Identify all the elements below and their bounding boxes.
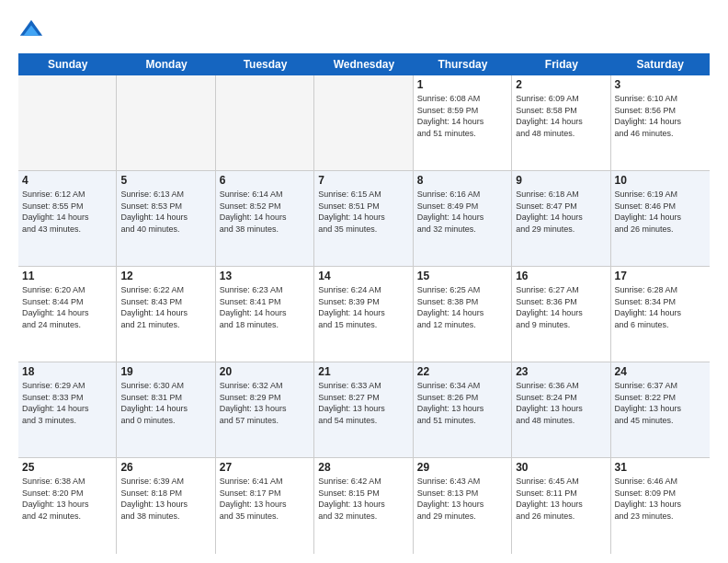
day-info: Sunrise: 6:09 AM Sunset: 8:58 PM Dayligh…	[516, 93, 606, 139]
calendar-day-cell: 15Sunrise: 6:25 AM Sunset: 8:38 PM Dayli…	[414, 267, 512, 362]
day-number: 14	[318, 270, 408, 282]
day-info: Sunrise: 6:12 AM Sunset: 8:55 PM Dayligh…	[22, 189, 112, 235]
logo-icon	[18, 18, 44, 44]
calendar-day-cell: 5Sunrise: 6:13 AM Sunset: 8:53 PM Daylig…	[117, 171, 215, 266]
day-info: Sunrise: 6:45 AM Sunset: 8:11 PM Dayligh…	[516, 476, 606, 522]
calendar-day-cell: 28Sunrise: 6:42 AM Sunset: 8:15 PM Dayli…	[314, 458, 413, 554]
header	[18, 15, 710, 44]
calendar-day-cell: 22Sunrise: 6:34 AM Sunset: 8:26 PM Dayli…	[414, 362, 512, 457]
day-number: 16	[516, 270, 606, 282]
day-info: Sunrise: 6:23 AM Sunset: 8:41 PM Dayligh…	[220, 284, 310, 330]
day-info: Sunrise: 6:08 AM Sunset: 8:59 PM Dayligh…	[417, 93, 507, 139]
day-number: 12	[120, 270, 210, 282]
calendar-header-day: Thursday	[414, 53, 512, 75]
day-info: Sunrise: 6:19 AM Sunset: 8:46 PM Dayligh…	[615, 189, 706, 235]
day-number: 4	[22, 174, 112, 187]
day-info: Sunrise: 6:10 AM Sunset: 8:56 PM Dayligh…	[615, 93, 706, 139]
day-info: Sunrise: 6:28 AM Sunset: 8:34 PM Dayligh…	[615, 284, 706, 330]
logo	[18, 18, 48, 44]
calendar-day-cell: 19Sunrise: 6:30 AM Sunset: 8:31 PM Dayli…	[117, 362, 215, 457]
calendar-day-cell: 4Sunrise: 6:12 AM Sunset: 8:55 PM Daylig…	[18, 171, 117, 266]
day-number: 22	[417, 365, 507, 378]
calendar-day-cell: 1Sunrise: 6:08 AM Sunset: 8:59 PM Daylig…	[414, 75, 512, 170]
day-info: Sunrise: 6:29 AM Sunset: 8:33 PM Dayligh…	[22, 380, 112, 426]
calendar-day-cell: 18Sunrise: 6:29 AM Sunset: 8:33 PM Dayli…	[18, 362, 117, 457]
calendar-empty-cell	[314, 75, 413, 170]
day-info: Sunrise: 6:13 AM Sunset: 8:53 PM Dayligh…	[120, 189, 210, 235]
day-number: 1	[417, 78, 507, 91]
day-number: 3	[615, 78, 706, 91]
calendar-day-cell: 25Sunrise: 6:38 AM Sunset: 8:20 PM Dayli…	[18, 458, 117, 554]
day-info: Sunrise: 6:43 AM Sunset: 8:13 PM Dayligh…	[417, 476, 507, 522]
calendar-row: 18Sunrise: 6:29 AM Sunset: 8:33 PM Dayli…	[18, 362, 710, 458]
day-number: 15	[417, 270, 507, 282]
day-number: 10	[615, 174, 706, 187]
day-number: 25	[22, 461, 112, 474]
day-number: 21	[318, 365, 408, 378]
day-number: 20	[220, 365, 310, 378]
calendar-day-cell: 27Sunrise: 6:41 AM Sunset: 8:17 PM Dayli…	[216, 458, 314, 554]
day-info: Sunrise: 6:22 AM Sunset: 8:43 PM Dayligh…	[120, 284, 210, 330]
calendar-day-cell: 21Sunrise: 6:33 AM Sunset: 8:27 PM Dayli…	[314, 362, 413, 457]
page: SundayMondayTuesdayWednesdayThursdayFrid…	[0, 0, 728, 563]
calendar-empty-cell	[117, 75, 215, 170]
day-info: Sunrise: 6:25 AM Sunset: 8:38 PM Dayligh…	[417, 284, 507, 330]
day-number: 2	[516, 78, 606, 91]
day-number: 17	[615, 270, 706, 282]
calendar-day-cell: 6Sunrise: 6:14 AM Sunset: 8:52 PM Daylig…	[216, 171, 314, 266]
day-number: 13	[220, 270, 310, 282]
calendar-day-cell: 9Sunrise: 6:18 AM Sunset: 8:47 PM Daylig…	[512, 171, 610, 266]
day-number: 11	[22, 270, 112, 282]
calendar-day-cell: 13Sunrise: 6:23 AM Sunset: 8:41 PM Dayli…	[216, 267, 314, 362]
calendar-day-cell: 31Sunrise: 6:46 AM Sunset: 8:09 PM Dayli…	[611, 458, 710, 554]
calendar-header: SundayMondayTuesdayWednesdayThursdayFrid…	[18, 53, 710, 75]
day-number: 28	[318, 461, 408, 474]
day-info: Sunrise: 6:36 AM Sunset: 8:24 PM Dayligh…	[516, 380, 606, 426]
calendar-day-cell: 17Sunrise: 6:28 AM Sunset: 8:34 PM Dayli…	[611, 267, 710, 362]
day-info: Sunrise: 6:24 AM Sunset: 8:39 PM Dayligh…	[318, 284, 408, 330]
calendar-header-day: Tuesday	[216, 53, 314, 75]
day-info: Sunrise: 6:33 AM Sunset: 8:27 PM Dayligh…	[318, 380, 408, 426]
calendar-day-cell: 30Sunrise: 6:45 AM Sunset: 8:11 PM Dayli…	[512, 458, 610, 554]
calendar: SundayMondayTuesdayWednesdayThursdayFrid…	[18, 53, 710, 554]
day-info: Sunrise: 6:42 AM Sunset: 8:15 PM Dayligh…	[318, 476, 408, 522]
day-info: Sunrise: 6:39 AM Sunset: 8:18 PM Dayligh…	[120, 476, 210, 522]
day-number: 23	[516, 365, 606, 378]
calendar-day-cell: 16Sunrise: 6:27 AM Sunset: 8:36 PM Dayli…	[512, 267, 610, 362]
calendar-day-cell: 8Sunrise: 6:16 AM Sunset: 8:49 PM Daylig…	[414, 171, 512, 266]
day-number: 5	[120, 174, 210, 187]
day-info: Sunrise: 6:38 AM Sunset: 8:20 PM Dayligh…	[22, 476, 112, 522]
calendar-day-cell: 7Sunrise: 6:15 AM Sunset: 8:51 PM Daylig…	[314, 171, 413, 266]
day-info: Sunrise: 6:46 AM Sunset: 8:09 PM Dayligh…	[615, 476, 706, 522]
calendar-body: 1Sunrise: 6:08 AM Sunset: 8:59 PM Daylig…	[18, 75, 710, 554]
calendar-day-cell: 23Sunrise: 6:36 AM Sunset: 8:24 PM Dayli…	[512, 362, 610, 457]
day-number: 19	[120, 365, 210, 378]
day-number: 6	[220, 174, 310, 187]
calendar-header-day: Saturday	[611, 53, 710, 75]
calendar-day-cell: 2Sunrise: 6:09 AM Sunset: 8:58 PM Daylig…	[512, 75, 610, 170]
day-info: Sunrise: 6:14 AM Sunset: 8:52 PM Dayligh…	[220, 189, 310, 235]
calendar-header-day: Monday	[117, 53, 215, 75]
day-number: 27	[220, 461, 310, 474]
day-info: Sunrise: 6:27 AM Sunset: 8:36 PM Dayligh…	[516, 284, 606, 330]
calendar-row: 4Sunrise: 6:12 AM Sunset: 8:55 PM Daylig…	[18, 171, 710, 267]
day-number: 24	[615, 365, 706, 378]
day-info: Sunrise: 6:41 AM Sunset: 8:17 PM Dayligh…	[220, 476, 310, 522]
calendar-empty-cell	[216, 75, 314, 170]
calendar-day-cell: 14Sunrise: 6:24 AM Sunset: 8:39 PM Dayli…	[314, 267, 413, 362]
calendar-row: 1Sunrise: 6:08 AM Sunset: 8:59 PM Daylig…	[18, 75, 710, 171]
calendar-day-cell: 12Sunrise: 6:22 AM Sunset: 8:43 PM Dayli…	[117, 267, 215, 362]
day-info: Sunrise: 6:32 AM Sunset: 8:29 PM Dayligh…	[220, 380, 310, 426]
calendar-day-cell: 24Sunrise: 6:37 AM Sunset: 8:22 PM Dayli…	[611, 362, 710, 457]
calendar-day-cell: 3Sunrise: 6:10 AM Sunset: 8:56 PM Daylig…	[611, 75, 710, 170]
day-number: 26	[120, 461, 210, 474]
calendar-day-cell: 11Sunrise: 6:20 AM Sunset: 8:44 PM Dayli…	[18, 267, 117, 362]
day-number: 7	[318, 174, 408, 187]
calendar-row: 25Sunrise: 6:38 AM Sunset: 8:20 PM Dayli…	[18, 458, 710, 554]
calendar-day-cell: 26Sunrise: 6:39 AM Sunset: 8:18 PM Dayli…	[117, 458, 215, 554]
calendar-header-day: Wednesday	[314, 53, 413, 75]
calendar-day-cell: 29Sunrise: 6:43 AM Sunset: 8:13 PM Dayli…	[414, 458, 512, 554]
calendar-empty-cell	[18, 75, 117, 170]
day-number: 29	[417, 461, 507, 474]
day-number: 18	[22, 365, 112, 378]
